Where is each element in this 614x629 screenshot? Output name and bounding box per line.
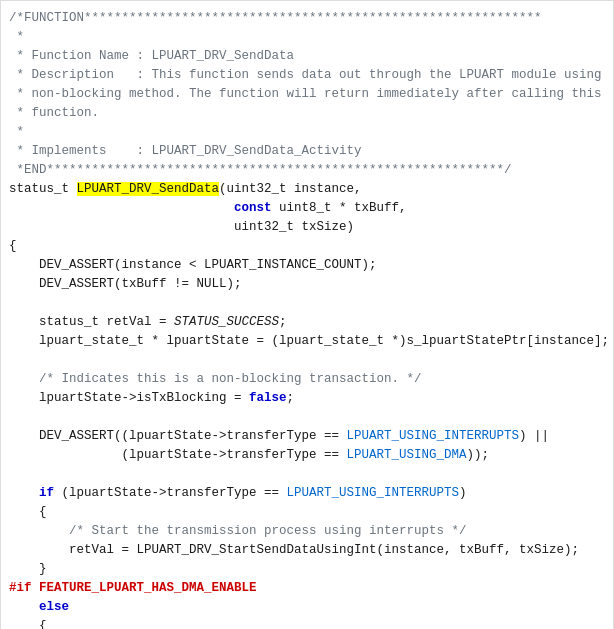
code-line-18: lpuart_state_t * lpuartState = (lpuart_s… (1, 332, 613, 351)
code-line-11: const uint8_t * txBuff, (1, 199, 613, 218)
code-line-5: * non-blocking method. The function will… (1, 85, 613, 104)
code-line-20: /* Indicates this is a non-blocking tran… (1, 370, 613, 389)
code-line-15: DEV_ASSERT(txBuff != NULL); (1, 275, 613, 294)
code-line-4: * Description : This function sends data… (1, 66, 613, 85)
function-name-highlight: LPUART_DRV_SendData (77, 182, 220, 196)
code-line-22 (1, 408, 613, 427)
line-1-text: /*FUNCTION******************************… (9, 9, 542, 28)
code-line-29: retVal = LPUART_DRV_StartSendDataUsingIn… (1, 541, 613, 560)
code-line-28: /* Start the transmission process using … (1, 522, 613, 541)
code-line-7: * (1, 123, 613, 142)
code-line-13: { (1, 237, 613, 256)
code-line-2: * (1, 28, 613, 47)
code-line-17: status_t retVal = STATUS_SUCCESS; (1, 313, 613, 332)
code-line-27: { (1, 503, 613, 522)
code-line-24: (lpuartState->transferType == LPUART_USI… (1, 446, 613, 465)
code-line-16 (1, 294, 613, 313)
code-line-31: #if FEATURE_LPUART_HAS_DMA_ENABLE (1, 579, 613, 598)
code-line-1: /*FUNCTION******************************… (1, 9, 613, 28)
code-line-33: { (1, 617, 613, 629)
code-line-25 (1, 465, 613, 484)
code-line-3: * Function Name : LPUART_DRV_SendData (1, 47, 613, 66)
code-line-30: } (1, 560, 613, 579)
code-line-12: uint32_t txSize) (1, 218, 613, 237)
code-line-6: * function. (1, 104, 613, 123)
code-line-26: if (lpuartState->transferType == LPUART_… (1, 484, 613, 503)
code-line-19 (1, 351, 613, 370)
code-line-21: lpuartState->isTxBlocking = false; (1, 389, 613, 408)
code-line-23: DEV_ASSERT((lpuartState->transferType ==… (1, 427, 613, 446)
code-line-9: *END************************************… (1, 161, 613, 180)
code-viewer: /*FUNCTION******************************… (0, 0, 614, 629)
code-line-14: DEV_ASSERT(instance < LPUART_INSTANCE_CO… (1, 256, 613, 275)
code-line-8: * Implements : LPUART_DRV_SendData_Activ… (1, 142, 613, 161)
code-line-10: status_t LPUART_DRV_SendData(uint32_t in… (1, 180, 613, 199)
code-line-32: else (1, 598, 613, 617)
